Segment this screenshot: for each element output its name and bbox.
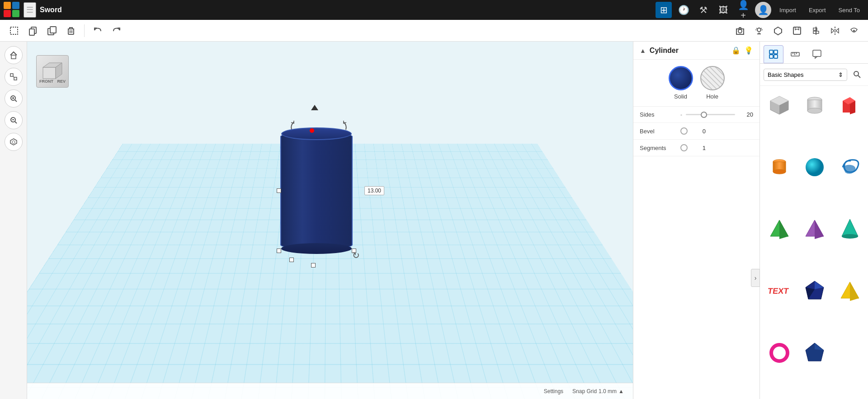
bulb-icon[interactable]: 💡 [744,46,753,55]
scroll-right-arrow[interactable]: › [751,269,760,287]
bevel-row: Bevel 0 [633,123,760,140]
zoom-out-button[interactable] [5,111,23,129]
shape-text[interactable]: TEXT [764,275,795,307]
align-button[interactable] [807,22,825,39]
zoom-in-button[interactable] [5,89,23,108]
sides-slider-container[interactable]: - [680,112,735,118]
shape-blue-sphere[interactable] [799,151,830,183]
box-select-button[interactable] [5,22,23,39]
sides-row: Sides - 20 [633,107,760,123]
canvas[interactable]: FRONT REV [27,42,633,399]
hole-option[interactable]: Hole [700,66,725,100]
tab-ruler[interactable] [785,45,805,63]
shape-navy-gem[interactable] [799,275,830,307]
cylinder-body[interactable] [280,132,353,249]
shape-blue-swoosh[interactable] [834,151,866,183]
snap-label: Snap Grid [572,388,597,394]
shape-navy-shape2[interactable] [799,337,830,369]
view-cube[interactable]: FRONT REV [36,55,69,88]
cube-face[interactable]: FRONT REV [36,55,69,88]
polygon-button[interactable] [769,22,787,39]
recent-button[interactable]: 🕐 [675,2,692,18]
copy-button[interactable] [24,22,42,39]
sel-handle-tl[interactable] [277,249,281,253]
add-user-button[interactable]: 👤+ [735,2,751,18]
svg-line-24 [15,100,17,102]
fit-view-button[interactable] [5,68,23,86]
nav-title: Sword [40,6,62,14]
shape-red-box[interactable] [834,89,866,121]
svg-line-22 [13,76,14,77]
undo-button[interactable] [89,22,106,39]
gallery-button[interactable]: 🖼 [715,2,731,18]
perspective-button[interactable] [5,133,23,151]
shape-empty [834,337,866,369]
shape-silver-cylinder[interactable] [799,89,830,121]
props-icons: 🔒 💡 [731,46,753,55]
redo-button[interactable] [108,22,125,39]
settings-link[interactable]: Settings [544,388,563,394]
svg-point-18 [853,30,855,32]
camera-button[interactable] [731,22,749,39]
shape-orange-cylinder[interactable] [764,151,795,183]
sides-slider-thumb[interactable] [701,112,707,118]
duplicate-button[interactable] [43,22,61,39]
search-button[interactable] [850,67,864,82]
shape-grey-box[interactable] [764,89,795,121]
tools-button[interactable]: ⚒ [695,2,712,18]
sides-minus[interactable]: - [680,112,682,118]
svg-rect-19 [11,55,16,59]
send-to-button[interactable]: Send To [834,5,864,15]
svg-marker-35 [311,105,318,110]
shape-green-pyramid[interactable] [764,213,795,245]
svg-rect-38 [769,55,773,58]
bevel-toggle[interactable] [680,127,688,135]
group-button[interactable] [845,22,863,39]
delete-button[interactable] [62,22,80,39]
tab-chat[interactable] [807,45,827,63]
svg-rect-0 [10,27,18,34]
shape-purple-pyramid[interactable] [799,213,830,245]
rotation-handle[interactable]: ↻ [352,250,360,261]
svg-rect-37 [774,50,778,54]
sel-handle-bl[interactable] [289,258,294,262]
solid-option[interactable]: Solid [669,66,693,100]
svg-line-46 [858,75,860,78]
segments-toggle[interactable] [680,144,688,151]
svg-point-58 [773,169,786,174]
toolbar-separator-1 [84,24,85,37]
sides-slider[interactable] [686,114,735,115]
home-view-button[interactable] [5,46,23,64]
red-dot-handle[interactable] [310,128,314,133]
sel-handle-bm[interactable] [311,263,316,268]
segments-row: Segments 1 [633,140,760,156]
export-button[interactable]: Export [804,5,830,15]
sides-value: 20 [740,111,753,118]
tinkercad-logo [4,2,20,18]
svg-rect-11 [793,27,801,34]
tab-grid[interactable] [764,45,783,63]
category-dropdown[interactable]: Basic Shapes ⇕ [764,69,847,81]
snap-grid-control[interactable]: Snap Grid 1.0 mm ▲ [572,388,624,394]
doc-list-button[interactable]: ☰ [24,2,36,18]
light-button[interactable] [750,22,768,39]
shape-yellow-pyramid[interactable] [834,275,866,307]
import-button[interactable]: Import [775,5,801,15]
shape-cyan-cone[interactable] [834,213,866,245]
lock-icon[interactable]: 🔒 [731,46,741,55]
svg-marker-31 [12,141,15,144]
note-button[interactable] [788,22,806,39]
bevel-label: Bevel [640,128,676,135]
svg-marker-17 [836,28,839,33]
up-arrow-handle[interactable] [311,105,318,116]
avatar-button[interactable]: 👤 [755,2,771,18]
sel-handle-ml[interactable] [277,188,281,193]
mirror-button[interactable] [826,22,844,39]
grid-view-button[interactable]: ⊞ [656,2,672,18]
cylinder-object[interactable]: 13.00 ↻ [280,132,353,249]
props-collapse-button[interactable]: ▲ [640,47,646,54]
segments-value: 1 [692,145,706,151]
svg-point-8 [738,29,742,33]
solid-hole-selector: Solid Hole [633,60,760,107]
shape-pink-torus[interactable] [764,337,795,369]
